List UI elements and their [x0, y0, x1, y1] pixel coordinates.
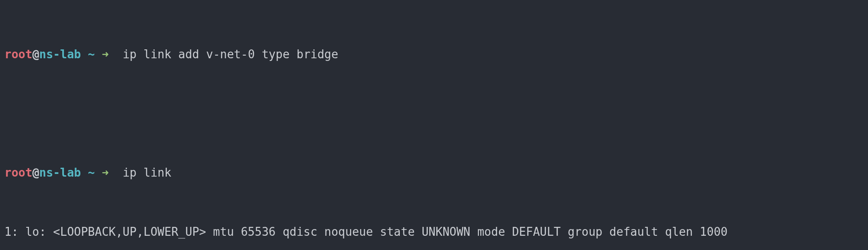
prompt-user: root [4, 166, 32, 179]
output-line: 1: lo: <LOOPBACK,UP,LOWER_UP> mtu 65536 … [4, 225, 864, 239]
command-1: ip link add v-net-0 type bridge [123, 48, 338, 61]
prompt-user: root [4, 48, 32, 61]
prompt-arrow-icon: ➜ [102, 48, 123, 61]
prompt-host: ns-lab [39, 48, 81, 61]
prompt-line-2: root@ns-lab ~ ➜ ip link [4, 165, 864, 180]
prompt-dir: ~ [81, 166, 102, 179]
command-2: ip link [123, 166, 171, 179]
prompt-arrow-icon: ➜ [102, 166, 123, 179]
prompt-line-1: root@ns-lab ~ ➜ ip link add v-net-0 type… [4, 47, 864, 62]
prompt-at: @ [32, 48, 40, 61]
terminal[interactable]: root@ns-lab ~ ➜ ip link add v-net-0 type… [0, 0, 868, 250]
blank-line [4, 106, 864, 121]
prompt-dir: ~ [81, 48, 102, 61]
prompt-host: ns-lab [39, 166, 81, 179]
prompt-at: @ [32, 166, 40, 179]
